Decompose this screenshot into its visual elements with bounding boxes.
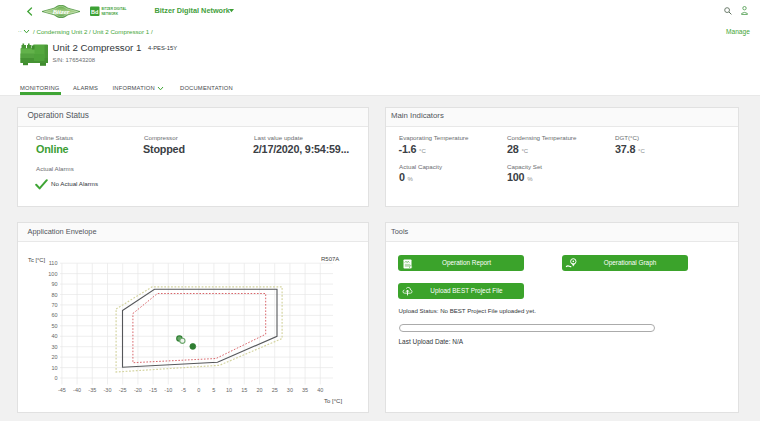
svg-text:80: 80 bbox=[51, 292, 57, 298]
svg-text:-15: -15 bbox=[149, 387, 157, 393]
svg-text:Tc [°C]: Tc [°C] bbox=[28, 257, 46, 263]
svg-text:Bd: Bd bbox=[91, 8, 98, 14]
svg-text:-5: -5 bbox=[181, 387, 186, 393]
svg-text:NETWORK: NETWORK bbox=[102, 11, 119, 15]
svg-text:40: 40 bbox=[51, 333, 57, 339]
svg-text:Bitzer: Bitzer bbox=[51, 8, 69, 16]
svg-text:-40: -40 bbox=[73, 387, 81, 393]
svg-text:20: 20 bbox=[256, 387, 262, 393]
svg-text:R507A: R507A bbox=[321, 256, 339, 262]
svg-text:40: 40 bbox=[317, 387, 323, 393]
svg-text:-35: -35 bbox=[88, 387, 96, 393]
svg-text:30: 30 bbox=[51, 344, 57, 350]
svg-text:-10: -10 bbox=[164, 387, 172, 393]
svg-text:15: 15 bbox=[241, 387, 247, 393]
svg-text:90: 90 bbox=[51, 281, 57, 287]
svg-text:To [°C]: To [°C] bbox=[324, 398, 342, 404]
svg-text:-20: -20 bbox=[134, 387, 142, 393]
svg-text:110: 110 bbox=[49, 260, 58, 266]
svg-text:10: 10 bbox=[226, 387, 232, 393]
svg-text:0: 0 bbox=[197, 387, 200, 393]
svg-text:25: 25 bbox=[272, 387, 278, 393]
svg-text:20: 20 bbox=[51, 354, 57, 360]
svg-text:30: 30 bbox=[287, 387, 293, 393]
svg-text:35: 35 bbox=[302, 387, 308, 393]
svg-text:-45: -45 bbox=[58, 387, 66, 393]
svg-text:50: 50 bbox=[51, 323, 57, 329]
svg-text:60: 60 bbox=[51, 312, 57, 318]
svg-text:0: 0 bbox=[54, 375, 57, 381]
svg-text:5: 5 bbox=[212, 387, 215, 393]
svg-text:10: 10 bbox=[51, 365, 57, 371]
svg-text:-30: -30 bbox=[104, 387, 112, 393]
svg-text:70: 70 bbox=[51, 302, 57, 308]
svg-text:100: 100 bbox=[48, 271, 57, 277]
svg-text:-25: -25 bbox=[119, 387, 127, 393]
